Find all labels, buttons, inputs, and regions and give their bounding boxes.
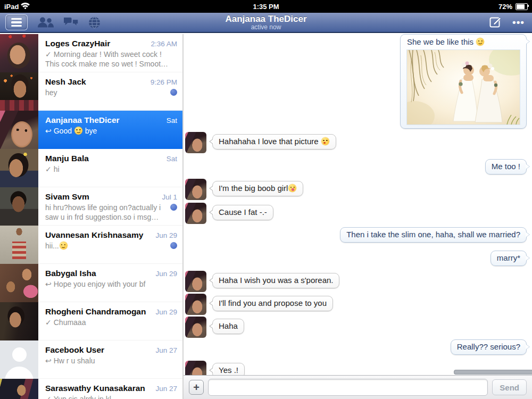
contact-name: Facebook User [45, 345, 151, 355]
conversation-list: Loges CrazyHair2:36 AM ✓Morning dear ! W… [0, 34, 184, 399]
compose-icon[interactable] [489, 15, 502, 30]
message-preview: ↩Hw r u shalu [45, 356, 177, 365]
unread-indicator [170, 242, 177, 249]
message-bubble[interactable]: Yes .! [212, 363, 245, 375]
emoji-kiss-icon [321, 137, 329, 145]
sent-check-icon: ✓ [45, 165, 52, 173]
contact-name: Rhogheni Chandramogan [45, 307, 151, 317]
message-bubble[interactable]: marry* [491, 251, 527, 266]
message-preview: ✓hi [45, 164, 177, 174]
message-outgoing: marry* [185, 251, 527, 266]
hamburger-menu-button[interactable] [5, 14, 28, 30]
message-text: Then i take the slim one, haha, shall we… [346, 230, 520, 239]
conversation-row[interactable]: Saraswathy KunasakaranJun 27 ✓Yup sis al… [0, 379, 182, 399]
reply-arrow-icon: ↩ [45, 127, 52, 135]
chat-bubbles-icon[interactable] [63, 16, 79, 29]
add-attachment-button[interactable]: + [189, 380, 204, 395]
message-bubble[interactable]: I'm the big boob girl [212, 181, 303, 196]
sender-avatar[interactable] [185, 203, 206, 224]
contact-name: Aanjanaa TheDicer [45, 115, 162, 125]
emoji-smile-icon [476, 38, 484, 46]
message-bubble[interactable]: Cause I fat -.- [212, 205, 273, 220]
timestamp: Jun 29 [155, 231, 177, 239]
message-preview: ↩Good bye [45, 126, 177, 136]
message-text: Haha [219, 321, 238, 330]
avatar [0, 149, 38, 187]
contact-name: Uvannesan Krishnasamy [45, 230, 151, 240]
conversation-row[interactable]: Loges CrazyHair2:36 AM ✓Morning dear ! W… [0, 34, 182, 72]
contact-name: Babygal Isha [45, 269, 151, 278]
clock: 1:35 PM [0, 3, 532, 11]
conversation-title: Aanjanaa TheDicer [225, 14, 306, 24]
conversation-row-selected[interactable]: Aanjanaa TheDicerSat ↩Good bye [0, 111, 182, 149]
photo-message-bubble[interactable]: She we be like this [400, 34, 527, 129]
message-text: Cause I fat -.- [219, 207, 267, 217]
sender-avatar[interactable] [185, 361, 206, 375]
timestamp: Jun 29 [155, 308, 177, 316]
message-bubble[interactable]: Haha I wish you was a s'porean. [212, 273, 339, 288]
message-preview: ✓Chumaaa [45, 318, 177, 327]
more-options-button[interactable]: ••• [512, 20, 525, 25]
message-bubble[interactable]: I'll find you and propose to you [212, 296, 333, 311]
message-outgoing: Me too ! [185, 159, 527, 174]
sender-avatar[interactable] [185, 271, 206, 292]
message-text: I'm the big boob girl [219, 184, 297, 193]
message-incoming: I'm the big boob girl [185, 179, 527, 200]
message-bubble[interactable]: Me too ! [485, 159, 527, 174]
message-incoming: I'll find you and propose to you [185, 294, 527, 315]
timestamp: Sat [167, 155, 177, 163]
message-incoming: Haha [185, 317, 527, 338]
chat-scrollbar[interactable] [454, 370, 532, 375]
conversation-row[interactable]: Nesh Jack9:26 PM hey [0, 72, 182, 111]
send-button[interactable]: Send [492, 379, 527, 395]
sender-avatar[interactable] [185, 132, 206, 153]
photo-attachment-wedding[interactable] [406, 49, 520, 125]
message-text: She we be like this [407, 38, 520, 46]
message-bubble[interactable]: Then i take the slim one, haha, shall we… [340, 227, 527, 243]
conversation-row[interactable]: Uvannesan KrishnasamyJun 29 hii... [0, 226, 182, 264]
timestamp: Jun 27 [155, 346, 177, 354]
message-bubble[interactable]: Really?? serious? [451, 339, 527, 355]
sender-avatar[interactable] [185, 294, 206, 315]
sender-avatar[interactable] [185, 179, 206, 200]
message-preview: ✓Yup sis alrdy in kl [45, 394, 177, 399]
reply-arrow-icon: ↩ [45, 356, 52, 365]
message-preview: ↩Hope you enjoy with your bf [45, 279, 177, 289]
contact-name: Nesh Jack [45, 77, 146, 87]
messenger-app-window: iPad 1:35 PM 72% [0, 0, 532, 399]
contact-name: Loges CrazyHair [45, 39, 146, 48]
message-bubble[interactable]: Hahahaha I love that picture [212, 134, 336, 149]
emoji-wink-icon [288, 184, 296, 192]
conversation-row[interactable]: Facebook UserJun 27 ↩Hw r u shalu [0, 340, 182, 379]
avatar [0, 34, 38, 72]
message-incoming: Haha I wish you was a s'porean. [185, 271, 527, 292]
message-text: Really?? serious? [457, 342, 520, 351]
friends-icon[interactable] [37, 16, 54, 29]
message-text: Me too ! [492, 162, 520, 171]
unread-indicator [170, 204, 177, 211]
emoji-smile-icon [74, 127, 82, 135]
avatar [0, 187, 38, 226]
nav-bar: Aanjanaa TheDicer active now ••• [0, 13, 532, 33]
reply-arrow-icon: ↩ [45, 280, 52, 288]
conversation-row[interactable]: Sivam SvmJul 1 hi hru?hows life going on… [0, 187, 182, 226]
message-bubble[interactable]: Haha [212, 319, 244, 334]
avatar [0, 302, 38, 340]
avatar [0, 72, 38, 111]
message-outgoing: Really?? serious? [185, 339, 527, 355]
message-text: marry* [497, 253, 520, 262]
globe-icon[interactable] [88, 16, 101, 29]
status-bar: iPad 1:35 PM 72% [0, 0, 532, 13]
message-composer: + Send [184, 375, 532, 399]
timestamp: Jul 1 [162, 193, 177, 201]
message-input[interactable] [208, 379, 488, 396]
contact-name: Sivam Svm [45, 192, 157, 202]
emoji-smile-icon [60, 242, 68, 250]
message-incoming: Hahahaha I love that picture [185, 132, 527, 153]
sender-avatar[interactable] [185, 317, 206, 338]
message-outgoing: Then i take the slim one, haha, shall we… [185, 227, 527, 243]
conversation-row[interactable]: Babygal IshaJun 29 ↩Hope you enjoy with … [0, 264, 182, 302]
conversation-row[interactable]: Manju BalaSat ✓hi [0, 149, 182, 187]
conversation-row[interactable]: Rhogheni ChandramoganJun 29 ✓Chumaaa [0, 302, 182, 340]
timestamp: Sat [167, 117, 177, 124]
